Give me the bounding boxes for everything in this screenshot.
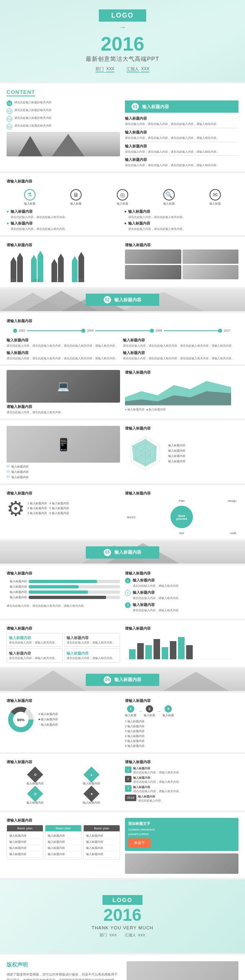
toc-list: 01 请在此处输入标题的相关内容 02 请在此处输入标题的相关内容 03 请在此… (7, 100, 120, 129)
svg-marker-6 (31, 255, 37, 260)
copyright-body: 感谢下载使用本套模板，您可以对本模板进行修改，但是不可以将此模板用于商业用途。本… (7, 972, 118, 980)
numbered-list: 1 输入标题内容请在此处输入内容，请输入相关内容。 2 输入标题内容请在此处输入… (125, 766, 238, 802)
tl-line-2 (95, 330, 150, 331)
tl-dot-4 (218, 329, 222, 333)
slide-title: LOGO → 2016 最新创意简洁大气高端PPT 部门 XXX 汇报人 XXX (0, 0, 245, 82)
icon-row: ⚗ 输入标题 🖥 输入标题 ◎ 输入标题 🔍 输入标题 ✉ 输入标题 (7, 186, 238, 209)
timeline-title: 请输入标题内容 (7, 318, 238, 324)
highlight-button[interactable]: 来源于 (128, 838, 151, 848)
svg-marker-33 (132, 439, 156, 466)
section03-num: 03 (104, 549, 111, 556)
timeline-cols: 输入标题内容 请在此处输入内容，请在此处输入相关内容，请在此处输入相关内容，请输… (7, 338, 238, 348)
tl-dot-1 (13, 329, 17, 333)
svg-rect-41 (170, 641, 176, 659)
hbar-track-1 (29, 580, 120, 583)
highlight-text: Curabitur elementumposuere pretium (128, 828, 235, 836)
hbar-fill-2 (29, 585, 79, 588)
highlight-btn-wrap: 来源于 (128, 838, 235, 848)
cell-4: 输入标题内容请在此处输入内容，请输入相关内容。 (64, 648, 120, 663)
diamond-grid: ⚙ 输入标题内容 ▲ 输入标题内容 ⊞ 输入标题内容 ★ 输入标题内容 (7, 767, 120, 806)
svg-rect-37 (137, 643, 144, 659)
photo-4 (183, 265, 239, 279)
timeline-row: 2002 2005 2008 2017 (7, 326, 238, 335)
pricing-list-1: 输入标题内容 输入标题内容 输入标题内容 输入标题内容 (7, 831, 43, 859)
section04-title: 输入标题内容 (114, 677, 141, 683)
vbars-right: 请输入标题内容 A B C D (125, 626, 238, 663)
section02-num: 02 (104, 296, 111, 303)
photo-section-title: 请输入标题内容 (125, 243, 238, 248)
bullet-dark: ● (124, 221, 127, 225)
gear-wrap: ⚙ 1 输入标题内容 2 输入标题内容 3 输入标题内容 4 输入标题内容 5 … (7, 499, 120, 519)
donut-right: 请输入标题内容 1 输入标题 → 2 输入标题 → 3 输入标题 1 输入标题内… (125, 698, 238, 748)
svg-marker-3 (17, 253, 23, 258)
list-item: 03 请在此处输入标题的相关内容 (7, 116, 120, 122)
vbars-title: 请输入标题内容 (125, 626, 238, 631)
work-label-code: code (230, 532, 236, 535)
hbar-track-4 (29, 596, 120, 599)
num-badge-4: 04 (7, 124, 12, 129)
mail-icon: ✉ (209, 189, 221, 200)
hbar-fill-3 (29, 590, 88, 594)
diamond-item-3: ⊞ 输入标题内容 (8, 788, 62, 805)
toc-right: 01 输入标题内容 输入标题内容 请在此输入内容，请在此输入内容，请在此处输入内… (125, 100, 238, 167)
timeline-col1: 输入标题内容 请在此处输入内容，请在此处输入相关内容，请在此处输入相关内容，请输… (7, 338, 118, 348)
section02-bar: 02 输入标题内容 (86, 294, 159, 306)
copyright-photo: 🏙 (127, 961, 238, 980)
bars-cols: 请输入标题内容 输入标题内容 输入标题内容 输入标题内容 输入标题内容 (7, 571, 238, 614)
radar-col: 请输入标题内容 输入标题内容 输入标题内容 输入标题 (125, 426, 238, 479)
svg-text:2013: 2013 (33, 279, 40, 282)
section-green-bar: 01 输入标题内容 (125, 100, 238, 113)
copyright-left: 版权声明 感谢下载使用本套模板，您可以对本模板进行修改，但是不可以将此模板用于商… (7, 961, 122, 980)
slide-diamonds: 请输入标题内容 ⚙ 输入标题内容 ▲ 输入标题内容 ⊞ 输入标题内容 ★ 输入标… (0, 754, 245, 811)
title-meta: 部门 XXX 汇报人 XXX (96, 66, 149, 73)
timeline-cols2: 输入标题内容 请在此处输入内容，请在此处输入相关内容，请在此处输入相关内容，请输… (7, 350, 238, 361)
hbar-row-3: 输入标题内容 (7, 590, 120, 594)
list-item: 04 请在此处输入标题的相关内容 (7, 124, 120, 129)
steps-text: 1 输入标题内容 2 输入标题内容 3 输入标题内容 4 输入标题内容 5 输入… (125, 719, 238, 748)
ty-meta: 部门 XXX 汇报人 XXX (100, 933, 145, 938)
photo-3 (125, 265, 181, 279)
slide-phone-radar: 📱 01 输入标题内容 02 输入标题内容 03 输入标题内容 请输入标题内容 (0, 420, 245, 483)
grid-title: 请输入标题内容 (7, 626, 120, 631)
phone-col: 📱 01 输入标题内容 02 输入标题内容 03 输入标题内容 (7, 426, 120, 479)
svg-rect-42 (178, 637, 185, 659)
work-label-plan: Plan (179, 499, 185, 502)
grid-vbars-cols: 请输入标题内容 输入标题内容请在此处输入内容，请输入相关内容。 输入标题内容请在… (7, 626, 238, 663)
slide-laptop-area: 💻 请输入标题内容 请在此处输入内容，请在此处输入相关内容。 请输入标题内容 ●… (0, 366, 245, 419)
building-left: 请输入标题内容 (7, 243, 120, 283)
pricing-highlight: 添加标题文字 Curabitur elementumposuere pretiu… (125, 818, 238, 851)
svg-marker-14 (72, 256, 78, 261)
section03-title: 输入标题内容 (114, 549, 141, 555)
radar-wrap: 输入标题内容 输入标题内容 输入标题内容 输入标题内容 (125, 433, 238, 474)
laptop-photo-col: 💻 请输入标题内容 请在此处输入内容，请在此处输入相关内容。 (7, 370, 120, 414)
slide-section03-header: 03 输入标题内容 (0, 541, 245, 564)
diamond-left: 请输入标题内容 ⚙ 输入标题内容 ▲ 输入标题内容 ⊞ 输入标题内容 ★ 输入标… (7, 760, 120, 806)
phone-items: 01 输入标题内容 02 输入标题内容 03 输入标题内容 (7, 465, 120, 479)
step-badge-1: 1 (125, 766, 131, 773)
radar-title: 请输入标题内容 (125, 426, 238, 431)
phone-radar-cols: 📱 01 输入标题内容 02 输入标题内容 03 输入标题内容 请输入标题内容 (7, 426, 238, 479)
svg-rect-13 (78, 257, 84, 282)
laptop-area-cols: 💻 请输入标题内容 请在此处输入内容，请在此处输入相关内容。 请输入标题内容 ●… (0, 366, 245, 419)
slide-grid-vbars: 请输入标题内容 输入标题内容请在此处输入内容，请输入相关内容。 输入标题内容请在… (0, 620, 245, 667)
ty-logo: LOGO (102, 895, 142, 905)
content-header: CONTENT (7, 89, 35, 96)
svg-text:2015: 2015 (78, 279, 85, 282)
toc-columns: 01 请在此处输入标题的相关内容 02 请在此处输入标题的相关内容 03 请在此… (7, 100, 238, 167)
phone-item-row: 03 输入标题内容 (7, 475, 120, 479)
tl-year-4: 2017 (224, 329, 230, 332)
diamond-item-1: ⚙ 输入标题内容 (8, 769, 62, 786)
diamond-cols: 请输入标题内容 ⚙ 输入标题内容 ▲ 输入标题内容 ⊞ 输入标题内容 ★ 输入标… (7, 760, 238, 806)
num-badge: 2 (125, 590, 131, 596)
slide-pricing: 请输入标题内容 Basic plan 输入标题内容 输入标题内容 输入标题内容 … (0, 812, 245, 878)
svg-marker-49 (20, 670, 86, 691)
tl-line-3 (164, 330, 218, 331)
bullet-teal: ● (7, 221, 9, 225)
step-arrow: → (138, 708, 143, 714)
photo-grid (125, 249, 238, 279)
timeline-col3: 输入标题内容 请在此处输入内容，请在此处输入相关内容，请在此处输入相关内容，请输… (7, 350, 118, 361)
svg-rect-12 (72, 261, 78, 282)
bars-title: 请输入标题内容 (7, 571, 120, 576)
donut-wrap: 60% ■ 输入标题内容 ■ 输入标题内容 ■ 输入标题内容 (7, 705, 120, 734)
pricing-list-3: 输入标题内容 输入标题内容 输入标题内容 输入标题内容 (84, 831, 120, 859)
